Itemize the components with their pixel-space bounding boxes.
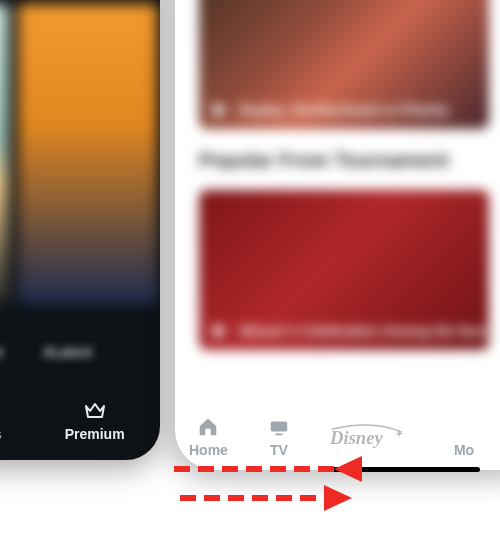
section-title: Popular From Tournament [199,149,500,172]
video-title: Winner's Celebration Among the fans [239,323,488,339]
poster-caption-row: Impossible #Latest [0,344,92,360]
nav-item-home[interactable]: Home [189,416,228,458]
nav-item-sports[interactable]: orts [0,398,2,442]
video-overlay: Winner's Celebration Among the fans [211,322,488,340]
svg-text:Disney: Disney [330,427,383,448]
nav-label: Mo [454,442,474,458]
video-overlay: Replay: Brotherhood vs Phanta [211,101,448,119]
nav-item-premium[interactable]: Premium [65,398,125,442]
light-app-card: Replay: Brotherhood vs Phanta Popular Fr… [175,0,500,470]
tv-icon [266,416,292,438]
dark-app-card: Vi... ... All Impossible #Latest orts Pr… [0,0,160,460]
svg-rect-0 [271,422,288,432]
play-icon [211,101,229,119]
nav-label: Home [189,442,228,458]
nav-item-disney[interactable]: Disney + [330,424,416,452]
svg-rect-1 [275,433,282,435]
video-card[interactable]: Replay: Brotherhood vs Phanta [199,0,489,129]
nav-label: Premium [65,426,125,442]
nav-label: orts [0,426,2,442]
light-bottom-nav: Home TV Disney + Mo [189,416,500,458]
poster-thumbnail[interactable] [0,4,8,304]
bolt-icon [0,398,1,422]
arrowhead-right-icon [324,485,352,511]
nav-label: TV [270,442,288,458]
video-title: Replay: Brotherhood vs Phanta [239,102,448,118]
nav-item-tv[interactable]: TV [266,416,292,458]
feed: Replay: Brotherhood vs Phanta Popular Fr… [199,0,500,350]
poster-row [0,4,158,304]
nav-item-movies[interactable]: Mo [454,442,474,458]
play-icon [211,322,229,340]
poster-thumbnail[interactable] [18,4,158,304]
swipe-left-arrow [166,466,362,472]
video-card[interactable]: Winner's Celebration Among the fans [199,190,489,350]
dark-bottom-nav: orts Premium [0,398,160,442]
svg-text:+: + [396,427,403,439]
swipe-right-arrow [180,495,352,501]
poster-caption: Impossible [0,344,3,360]
home-icon [195,416,221,438]
arrowhead-left-icon [334,456,362,482]
poster-caption: #Latest [43,344,92,360]
disney-plus-icon: Disney + [330,424,416,452]
crown-icon [83,398,107,422]
